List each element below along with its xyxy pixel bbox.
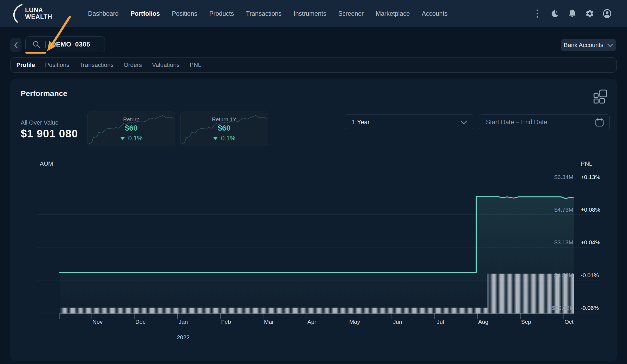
nav-item-dashboard[interactable]: Dashboard xyxy=(88,10,119,17)
bank-accounts-label: Bank Accounts xyxy=(564,42,604,49)
portfolio-name: DEMO_0305 xyxy=(51,41,90,48)
month-label-dec: Dec xyxy=(135,319,145,325)
chevron-down-icon xyxy=(461,121,467,124)
pnl-tick-label: +0.13% xyxy=(581,174,600,180)
month-label-may: May xyxy=(349,319,360,325)
return-value: $60 xyxy=(125,124,138,132)
return-1y-change: 0.1% xyxy=(221,135,235,142)
nav-item-accounts[interactable]: Accounts xyxy=(422,10,448,17)
year-label: 2022 xyxy=(177,334,190,341)
aum-tick-label: -$89.66K xyxy=(550,305,573,311)
pnl-tick-label: -0.06% xyxy=(581,305,599,311)
left-axis-title: AUM xyxy=(40,160,53,167)
logo-line1: LUNA xyxy=(25,7,52,14)
date-range-field[interactable]: Start Date – End Date xyxy=(479,114,610,130)
nav-item-positions[interactable]: Positions xyxy=(172,10,197,17)
month-label-oct: Oct xyxy=(565,319,574,325)
tab-valuations[interactable]: Valuations xyxy=(152,61,179,69)
return-card[interactable]: Return $60 0.1% xyxy=(87,112,175,146)
portfolio-search-box[interactable]: DEMO_0305 xyxy=(25,36,105,52)
calendar-icon xyxy=(595,118,604,127)
performance-card: Performance All Over Value $1 901 080 Re… xyxy=(10,79,617,361)
month-label-apr: Apr xyxy=(307,319,316,325)
chevron-down-icon xyxy=(607,44,613,47)
right-axis-title: PNL xyxy=(581,160,592,167)
return-1y-value: $60 xyxy=(218,124,231,132)
nav-item-products[interactable]: Products xyxy=(209,10,234,17)
aum-tick-label: $6.34M xyxy=(554,174,573,180)
bank-accounts-dropdown[interactable]: Bank Accounts xyxy=(561,39,616,51)
month-label-nov: Nov xyxy=(92,319,102,325)
tab-profile[interactable]: Profile xyxy=(16,61,35,69)
tab-bar: ProfilePositionsTransactionsOrdersValuat… xyxy=(10,57,617,73)
annotation-underline xyxy=(25,52,46,54)
return-card-content: Return $60 0.1% xyxy=(88,112,175,146)
divider xyxy=(45,41,46,48)
pnl-tick-label: -0.01% xyxy=(581,272,599,279)
page: LUNA WEALTH DashboardPortfoliosPositions… xyxy=(0,0,627,364)
back-button[interactable] xyxy=(10,38,22,52)
search-icon xyxy=(32,40,40,48)
period-select-value: 1 Year xyxy=(352,119,370,126)
nav-item-instruments[interactable]: Instruments xyxy=(294,10,326,17)
logo-line2: WEALTH xyxy=(25,14,52,20)
nav-item-portfolios[interactable]: Portfolios xyxy=(131,10,160,17)
logo[interactable]: LUNA WEALTH xyxy=(12,3,52,24)
month-label-aug: Aug xyxy=(478,319,488,325)
return-1y-label: Return 1Y xyxy=(212,116,236,123)
return-1y-card[interactable]: Return 1Y $60 0.1% xyxy=(180,112,268,146)
nav-item-screener[interactable]: Screener xyxy=(338,10,364,17)
return-label: Return xyxy=(123,116,139,123)
month-label-jun: Jun xyxy=(393,319,402,325)
trend-down-icon xyxy=(213,137,218,140)
period-select[interactable]: 1 Year xyxy=(345,114,474,130)
month-label-sep: Sep xyxy=(521,319,531,325)
widgets-grid-button[interactable] xyxy=(593,89,608,104)
month-label-feb: Feb xyxy=(221,319,231,325)
settings-icon[interactable] xyxy=(585,9,594,18)
tab-positions[interactable]: Positions xyxy=(45,61,69,69)
widgets-grid-icon xyxy=(593,90,607,104)
top-navbar: LUNA WEALTH DashboardPortfoliosPositions… xyxy=(0,0,627,27)
aum-tick-label: $4.73M xyxy=(554,206,573,213)
trend-down-icon xyxy=(120,137,125,140)
card-title: Performance xyxy=(21,89,67,98)
tab-orders[interactable]: Orders xyxy=(124,61,142,69)
month-label-jul: Jul xyxy=(437,319,444,325)
dark-mode-icon[interactable] xyxy=(550,9,559,18)
chevron-left-icon xyxy=(13,41,19,49)
account-icon[interactable] xyxy=(602,9,612,18)
performance-chart[interactable]: AUMPNL$6.34M$4.73M$3.13M$1.52M-$89.66K+0… xyxy=(10,152,617,361)
logo-arc-icon xyxy=(12,3,23,24)
notifications-icon[interactable] xyxy=(568,9,577,18)
aum-tick-label: $3.13M xyxy=(554,239,573,246)
date-range-placeholder: Start Date – End Date xyxy=(486,119,547,126)
return-change: 0.1% xyxy=(128,135,142,142)
nav-icons xyxy=(533,0,612,27)
tab-transactions[interactable]: Transactions xyxy=(80,61,114,69)
logo-text: LUNA WEALTH xyxy=(25,7,52,20)
pnl-tick-label: +0.04% xyxy=(581,239,600,246)
pnl-tick-label: +0.08% xyxy=(581,206,600,213)
all-over-value-label: All Over Value xyxy=(21,119,59,126)
aum-tick-label: $1.52M xyxy=(554,272,573,279)
nav-item-marketplace[interactable]: Marketplace xyxy=(376,10,410,17)
kebab-menu-icon[interactable] xyxy=(533,9,542,18)
month-label-mar: Mar xyxy=(264,319,274,325)
all-over-value: $1 901 080 xyxy=(21,128,78,140)
return-1y-card-content: Return 1Y $60 0.1% xyxy=(181,112,268,146)
tab-pnl[interactable]: PNL xyxy=(190,61,201,69)
nav-item-transactions[interactable]: Transactions xyxy=(246,10,282,17)
main-nav: DashboardPortfoliosPositionsProductsTran… xyxy=(88,0,448,27)
month-label-jan: Jan xyxy=(179,319,188,325)
